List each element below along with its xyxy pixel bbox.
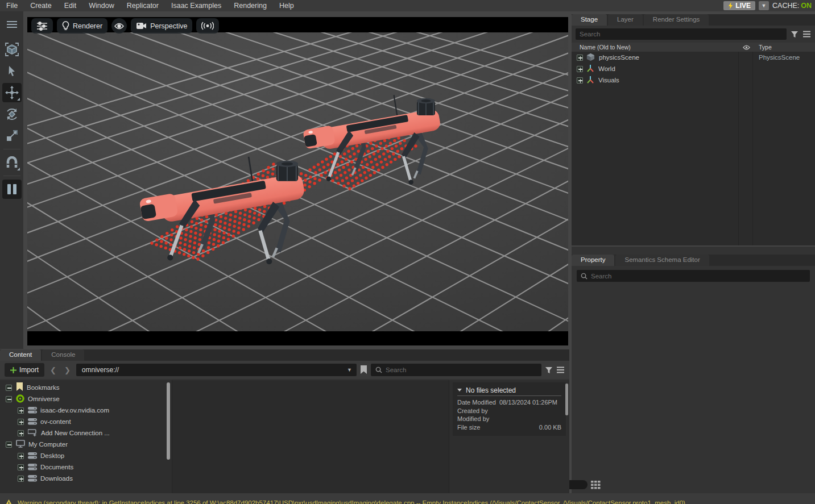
expand-toggle[interactable] xyxy=(18,464,24,470)
tree-item-my-computer[interactable]: My Computer xyxy=(0,439,172,450)
column-divider[interactable] xyxy=(738,52,739,245)
filter-icon[interactable] xyxy=(791,31,799,38)
broadcast-button[interactable] xyxy=(196,18,219,34)
filter-icon[interactable] xyxy=(545,366,553,374)
tree-item-desktop[interactable]: Desktop xyxy=(0,450,172,461)
status-warning-text[interactable]: Warning (secondary thread): in GetInstan… xyxy=(18,499,685,504)
column-divider[interactable] xyxy=(752,52,753,245)
menu-create[interactable]: Create xyxy=(24,2,58,10)
rotate-tool[interactable] xyxy=(2,105,22,124)
toolbar-menu-handle[interactable] xyxy=(2,15,22,34)
tab-layer[interactable]: Layer xyxy=(608,14,643,26)
property-panel: Property Semantics Schema Editor xyxy=(572,255,815,286)
camera-menu-button[interactable]: Perspective xyxy=(131,18,192,34)
expand-toggle[interactable] xyxy=(18,476,24,482)
select-tool[interactable] xyxy=(2,61,22,81)
expand-toggle[interactable] xyxy=(6,385,12,391)
path-input[interactable] xyxy=(76,366,342,374)
expand-toggle[interactable] xyxy=(18,407,24,414)
rotate-icon xyxy=(5,107,19,122)
3d-scene[interactable] xyxy=(27,32,568,331)
expand-toggle[interactable] xyxy=(6,396,12,402)
options-menu-icon[interactable] xyxy=(556,366,565,373)
expand-toggle[interactable] xyxy=(18,453,24,459)
expand-toggle[interactable] xyxy=(577,55,583,61)
content-search-input[interactable] xyxy=(386,366,537,373)
frame-cube-icon xyxy=(5,42,19,57)
expand-toggle[interactable] xyxy=(577,77,583,84)
stage-row-World[interactable]: World xyxy=(572,63,815,74)
tab-content[interactable]: Content xyxy=(0,349,41,361)
viewport-toolbar: Renderer Perspective xyxy=(31,18,219,34)
viewport[interactable]: Renderer Perspective xyxy=(27,17,568,345)
tab-console[interactable]: Console xyxy=(42,349,84,361)
stage-row-Visuals[interactable]: Visuals xyxy=(572,74,815,86)
bookmark-icon[interactable] xyxy=(360,365,367,374)
expand-toggle[interactable] xyxy=(6,441,12,448)
expand-toggle[interactable] xyxy=(18,419,24,425)
menu-help[interactable]: Help xyxy=(273,2,300,10)
tab-render-settings[interactable]: Render Settings xyxy=(644,14,709,26)
property-search xyxy=(577,270,810,282)
grid-view-icon[interactable] xyxy=(591,481,601,489)
expand-toggle[interactable] xyxy=(18,430,24,436)
stage-column-headers[interactable]: Name (Old to New) Type xyxy=(572,43,815,52)
menu-isaac-examples[interactable]: Isaac Examples xyxy=(165,2,227,10)
tab-semantics-schema-editor[interactable]: Semantics Schema Editor xyxy=(615,255,709,266)
live-button[interactable]: LIVE xyxy=(723,1,755,10)
tree-item-add-new-connection[interactable]: Add New Connection ... xyxy=(0,427,172,439)
magnet-icon xyxy=(5,156,19,169)
expand-toggle[interactable] xyxy=(577,66,583,72)
tree-scrollbar[interactable] xyxy=(167,382,170,460)
import-button[interactable]: Import xyxy=(5,363,44,377)
stage-row-physicsScene[interactable]: physicsScenePhysicsScene xyxy=(572,52,815,63)
tree-item-label: My Computer xyxy=(28,441,68,448)
tab-property[interactable]: Property xyxy=(572,255,614,266)
tree-item-downloads[interactable]: Downloads xyxy=(0,473,172,484)
server-icon xyxy=(28,406,37,414)
tree-item-bookmarks[interactable]: Bookmarks xyxy=(0,382,172,393)
frame-selection-tool[interactable] xyxy=(2,40,22,59)
column-name[interactable]: Name (Old to New) xyxy=(572,44,739,51)
renderer-menu-button[interactable]: Renderer xyxy=(57,18,107,34)
menu-window[interactable]: Window xyxy=(82,2,120,10)
tree-item-documents[interactable]: Documents xyxy=(0,461,172,473)
path-dropdown-chevron[interactable]: ▼ xyxy=(342,367,357,373)
content-search xyxy=(371,364,541,376)
menu-rendering[interactable]: Rendering xyxy=(227,2,273,10)
scale-tool[interactable] xyxy=(2,126,22,145)
search-icon xyxy=(375,366,382,373)
pause-tool[interactable] xyxy=(2,180,22,199)
tree-item-omniverse[interactable]: Omniverse xyxy=(0,393,172,405)
visibility-button[interactable] xyxy=(111,18,127,34)
panel-divider[interactable] xyxy=(572,245,815,247)
path-bar[interactable]: ▼ xyxy=(76,364,357,376)
file-grid-area[interactable] xyxy=(172,380,449,493)
column-type[interactable]: Type xyxy=(754,44,815,51)
property-tabstrip: Property Semantics Schema Editor xyxy=(572,255,815,266)
property-search-input[interactable] xyxy=(591,273,806,280)
tree-item-ov-content[interactable]: ov-content xyxy=(0,416,172,427)
live-label: LIVE xyxy=(735,2,751,10)
details-header[interactable]: No files selected xyxy=(457,385,561,396)
viewport-settings-button[interactable] xyxy=(31,18,53,34)
details-scrollbar[interactable] xyxy=(565,384,568,415)
stage-search-input[interactable] xyxy=(576,28,787,40)
prim-name[interactable]: World xyxy=(598,65,739,72)
prim-name[interactable]: physicsScene xyxy=(599,54,739,61)
details-pane: No files selected Date Modified08/13/202… xyxy=(449,380,569,493)
tree-item-label: isaac-dev.ov.nvidia.com xyxy=(40,407,109,414)
prim-name[interactable]: Visuals xyxy=(598,77,739,84)
live-dropdown-chevron[interactable]: ▼ xyxy=(759,1,769,10)
move-tool[interactable] xyxy=(2,83,22,102)
forward-button[interactable]: ❯ xyxy=(62,366,73,374)
back-button[interactable]: ❮ xyxy=(48,366,59,374)
tree-item-isaac-dev-ov-nvidia-com[interactable]: isaac-dev.ov.nvidia.com xyxy=(0,405,172,416)
options-menu-icon[interactable] xyxy=(802,31,811,38)
menu-edit[interactable]: Edit xyxy=(58,2,83,10)
content-body: BookmarksOmniverseisaac-dev.ov.nvidia.co… xyxy=(0,380,569,493)
menu-replicator[interactable]: Replicator xyxy=(121,2,165,10)
tab-stage[interactable]: Stage xyxy=(572,14,607,26)
snap-tool[interactable] xyxy=(2,153,22,172)
menu-file[interactable]: File xyxy=(0,2,24,10)
